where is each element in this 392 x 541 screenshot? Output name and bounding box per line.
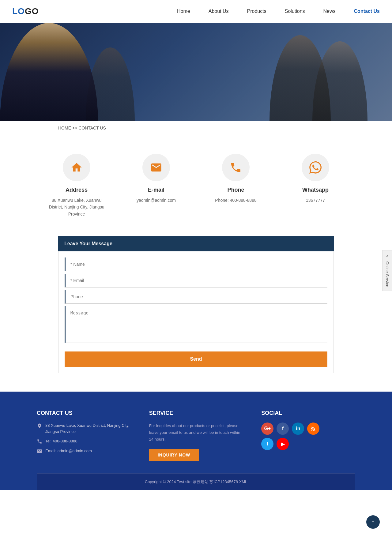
footer: CONTACT US 88 Xuanwu Lake, Xuanwu Distri… (0, 392, 392, 490)
email-detail: yadmin@admin.com (137, 197, 176, 204)
send-button[interactable]: Send (65, 351, 327, 367)
copyright-text: Copyright © 2024 Test site 慕云建站 苏ICP1234… (145, 479, 247, 484)
whatsapp-icon (309, 161, 322, 174)
breadcrumb-home[interactable]: HOME (58, 126, 71, 130)
contact-card-whatsapp: Whatsapp 13677777 (285, 154, 346, 204)
social-google-icon[interactable]: G+ (261, 423, 273, 435)
footer-service-title: SERVICE (149, 410, 243, 416)
footer-tel-text: Tel: 400-888-8888 (45, 438, 77, 444)
social-twitter-icon[interactable]: t (261, 438, 273, 450)
logo-part1: LO (12, 6, 25, 16)
footer-service-col: SERVICE For inquiries about our products… (149, 410, 243, 461)
address-icon-circle (63, 154, 90, 181)
email-icon-circle (142, 154, 170, 181)
whatsapp-detail: 13677777 (306, 197, 325, 204)
contact-card-address: Address 88 Xuanwu Lake, Xuanwu District,… (46, 154, 107, 217)
header: LOGO Home About Us Products Solutions Ne… (0, 0, 392, 23)
contact-form-section: Leave Your Message Send (0, 236, 392, 392)
social-rss-icon[interactable] (307, 423, 319, 435)
breadcrumb-current: CONTACT US (78, 126, 106, 130)
contact-info-section: Address 88 Xuanwu Lake, Xuanwu District,… (0, 135, 392, 236)
hero-people (0, 23, 392, 121)
online-service-sidebar[interactable]: Online Service (382, 250, 392, 291)
phone-icon (230, 161, 242, 174)
footer-email-icon (37, 449, 42, 454)
whatsapp-title: Whatsapp (302, 187, 329, 193)
main-nav: Home About Us Products Solutions News Co… (177, 9, 380, 14)
social-linkedin-icon[interactable]: in (292, 423, 304, 435)
person-main (0, 23, 98, 121)
message-input[interactable] (65, 306, 327, 343)
footer-social-col: SOCIAL G+ f in t ▶ (261, 410, 355, 461)
footer-service-desc: For inquiries about our products or pric… (149, 423, 243, 443)
hero-banner (0, 23, 392, 121)
phone-title: Phone (227, 187, 244, 193)
nav-home[interactable]: Home (177, 9, 190, 14)
home-icon (70, 161, 83, 174)
footer-contact-col: CONTACT US 88 Xuanwu Lake, Xuanwu Distri… (37, 410, 131, 461)
breadcrumb-separator: >> (72, 126, 77, 130)
contact-card-email: E-mail yadmin@admin.com (126, 154, 187, 204)
footer-address-item: 88 Xuanwu Lake, Xuanwu District, Nanjing… (37, 423, 131, 434)
email-input[interactable] (65, 274, 327, 287)
email-title: E-mail (148, 187, 164, 193)
breadcrumb: HOME >> CONTACT US (0, 121, 392, 135)
footer-tel-item: Tel: 400-888-8888 (37, 438, 131, 444)
nav-products[interactable]: Products (247, 9, 266, 14)
logo[interactable]: LOGO (12, 6, 39, 16)
address-title: Address (66, 187, 88, 193)
name-input[interactable] (65, 257, 327, 271)
person-bg2 (312, 41, 368, 121)
nav-about[interactable]: About Us (209, 9, 229, 14)
social-youtube-icon[interactable]: ▶ (277, 438, 289, 450)
footer-email-text: Email: admin@admin.com (45, 448, 92, 454)
phone-input[interactable] (65, 290, 327, 304)
footer-address-text: 88 Xuanwu Lake, Xuanwu District, Nanjing… (45, 423, 131, 434)
phone-detail: Phone: 400-888-8888 (215, 197, 256, 204)
inquiry-button[interactable]: INQUIRY NOW (149, 449, 199, 461)
online-service-label: Online Service (385, 261, 390, 287)
address-detail: 88 Xuanwu Lake, Xuanwu District, Nanjing… (46, 197, 107, 217)
footer-grid: CONTACT US 88 Xuanwu Lake, Xuanwu Distri… (37, 410, 355, 473)
nav-contact[interactable]: Contact Us (354, 9, 380, 14)
social-icons-grid: G+ f in t ▶ (261, 423, 355, 450)
email-icon (150, 161, 162, 174)
contact-card-phone: Phone Phone: 400-888-8888 (205, 154, 266, 204)
footer-bottom: Copyright © 2024 Test site 慕云建站 苏ICP1234… (37, 473, 355, 490)
footer-social-title: SOCIAL (261, 410, 355, 416)
footer-email-item: Email: admin@admin.com (37, 448, 131, 454)
phone-icon-circle (222, 154, 250, 181)
form-body: Send (58, 251, 334, 373)
footer-location-icon (37, 423, 42, 429)
footer-phone-icon (37, 439, 42, 444)
form-header: Leave Your Message (58, 236, 334, 251)
social-facebook-icon[interactable]: f (277, 423, 289, 435)
footer-contact-title: CONTACT US (37, 410, 131, 416)
nav-news[interactable]: News (323, 9, 336, 14)
nav-solutions[interactable]: Solutions (285, 9, 305, 14)
whatsapp-icon-circle (302, 154, 329, 181)
logo-part2: GO (25, 6, 39, 16)
